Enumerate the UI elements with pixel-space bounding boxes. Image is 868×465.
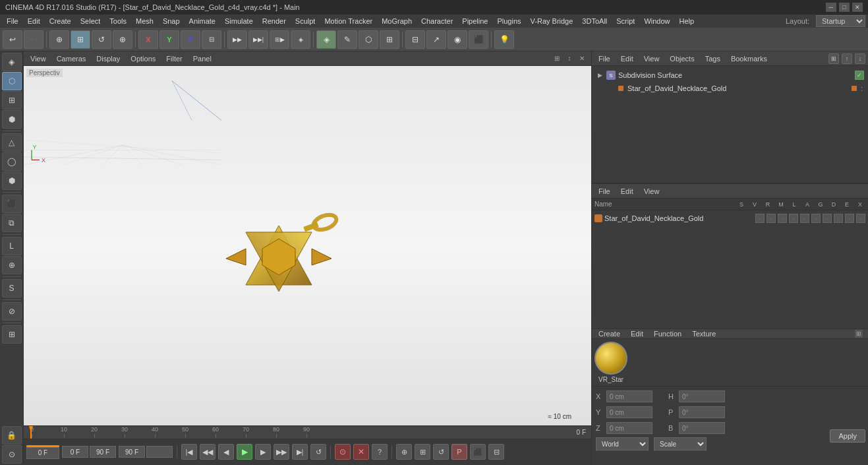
- redo-button[interactable]: ↩: [24, 30, 43, 49]
- material-item-vr-star[interactable]: VR_Star: [594, 342, 627, 383]
- menu-snap[interactable]: Snap: [159, 16, 184, 26]
- end-frame-input[interactable]: [90, 446, 116, 458]
- rotate-key-btn[interactable]: ↺: [433, 444, 449, 460]
- menu-vray[interactable]: V-Ray Bridge: [527, 16, 577, 26]
- tool-sculpt[interactable]: ⊘: [2, 302, 22, 321]
- obj-menu-edit[interactable]: Edit: [617, 54, 637, 63]
- viewport-menu-options[interactable]: Options: [128, 54, 158, 63]
- menu-help[interactable]: Help: [676, 16, 699, 26]
- view-axis-btn[interactable]: ↗: [426, 30, 446, 49]
- attr-menu-file[interactable]: File: [594, 187, 614, 196]
- obj-list-icon-g[interactable]: ·: [823, 214, 832, 223]
- menu-pipeline[interactable]: Pipeline: [458, 16, 492, 26]
- viewport-menu-filter[interactable]: Filter: [163, 54, 185, 63]
- obj-check-subdiv[interactable]: ✓: [855, 71, 864, 80]
- coord-p-input[interactable]: [679, 406, 725, 418]
- obj-menu-bookmarks[interactable]: Bookmarks: [727, 54, 771, 63]
- obj-list-icon-d[interactable]: ·: [834, 214, 843, 223]
- tool-s[interactable]: S: [2, 279, 22, 297]
- mode-points-icon[interactable]: ⬡: [2, 72, 22, 90]
- menu-mograph[interactable]: MoGraph: [378, 16, 416, 26]
- view-material-btn[interactable]: ⬡: [359, 30, 378, 49]
- obj-row-subdivision[interactable]: ▶ S Subdivision Surface ✓: [594, 69, 865, 82]
- tool-l[interactable]: L: [2, 237, 22, 255]
- obj-list-icon-v[interactable]: ·: [767, 214, 776, 223]
- next-frame-button[interactable]: ▶: [255, 444, 271, 460]
- viewport-menu-panel[interactable]: Panel: [190, 54, 214, 63]
- tool-magnet[interactable]: ⊕: [2, 256, 22, 274]
- axis-x[interactable]: X: [138, 30, 158, 49]
- obj-list-icon-x[interactable]: ·: [856, 214, 865, 223]
- obj-menu-objects[interactable]: Objects: [666, 54, 698, 63]
- coord-x-pos-input[interactable]: [606, 390, 652, 402]
- timeline-layout-btn[interactable]: ⊟: [488, 444, 504, 460]
- loop-button[interactable]: ↺: [310, 444, 326, 460]
- menu-edit[interactable]: Edit: [24, 16, 44, 26]
- menu-animate[interactable]: Animate: [185, 16, 219, 26]
- render-start-input[interactable]: [119, 446, 145, 458]
- render-all-btn[interactable]: ⊞▶: [270, 30, 289, 49]
- menu-3dtoall[interactable]: 3DToAll: [578, 16, 611, 26]
- menu-window[interactable]: Window: [640, 16, 674, 26]
- view-perspective-btn[interactable]: ◈: [316, 30, 336, 49]
- maximize-button[interactable]: □: [839, 3, 850, 12]
- obj-list-icon-r[interactable]: ·: [778, 214, 787, 223]
- obj-list-icon-a[interactable]: ·: [811, 214, 821, 223]
- prev-key-button[interactable]: ◀◀: [200, 444, 216, 460]
- menu-sculpt[interactable]: Sculpt: [291, 16, 320, 26]
- obj-icon-3[interactable]: ↓: [855, 53, 865, 64]
- attr-menu-view[interactable]: View: [640, 187, 664, 196]
- obj-menu-file[interactable]: File: [594, 54, 614, 63]
- undo-button[interactable]: ↩: [3, 30, 22, 49]
- world-dropdown[interactable]: World Object: [596, 437, 649, 450]
- menu-simulate[interactable]: Simulate: [221, 16, 257, 26]
- menu-render[interactable]: Render: [258, 16, 290, 26]
- stop-button[interactable]: ✕: [353, 444, 369, 460]
- obj-list-icon-s[interactable]: ·: [755, 214, 765, 223]
- menu-create[interactable]: Create: [45, 16, 75, 26]
- viewport-sync-icon[interactable]: ↕: [564, 53, 575, 64]
- auto-key-btn[interactable]: P: [451, 444, 467, 460]
- mode-move[interactable]: ⊕: [49, 30, 69, 49]
- render-options-btn[interactable]: ◈: [291, 30, 310, 49]
- mode-rotate[interactable]: ↺: [92, 30, 111, 49]
- tool-rotate[interactable]: ⬢: [2, 171, 22, 190]
- obj-list-icon-m[interactable]: ·: [789, 214, 798, 223]
- play-button[interactable]: ▶: [237, 444, 252, 460]
- obj-menu-view[interactable]: View: [640, 54, 664, 63]
- obj-expand-subdiv[interactable]: ▶: [596, 71, 604, 79]
- axis-all[interactable]: ⊟: [202, 30, 221, 49]
- viewport-menu-view[interactable]: View: [28, 54, 49, 63]
- view-grid-btn[interactable]: ⊟: [405, 30, 425, 49]
- viewport-maximize-icon[interactable]: ⊞: [552, 53, 562, 64]
- obj-icon-1[interactable]: ⊞: [828, 53, 839, 64]
- obj-row-star[interactable]: Star_of_David_Necklace_Gold :: [594, 82, 865, 95]
- current-frame-input[interactable]: [26, 447, 59, 459]
- go-start-button[interactable]: |◀: [181, 444, 197, 460]
- tool-snap-bottom[interactable]: ⊙: [2, 445, 22, 464]
- go-end-button[interactable]: ▶|: [292, 444, 308, 460]
- menu-character[interactable]: Character: [417, 16, 457, 26]
- axis-z[interactable]: Z: [181, 30, 200, 49]
- param-btn[interactable]: ⬛: [470, 444, 486, 460]
- view-draw-btn[interactable]: ✎: [337, 30, 357, 49]
- start-frame-input[interactable]: [62, 446, 88, 458]
- menu-plugins[interactable]: Plugins: [493, 16, 525, 26]
- scale-key-btn[interactable]: ⊞: [415, 444, 430, 460]
- obj-list-icon-l[interactable]: ·: [800, 214, 809, 223]
- render-end-input[interactable]: [146, 446, 173, 458]
- render-active-btn[interactable]: ▶▶|: [248, 30, 268, 49]
- obj-menu-tags[interactable]: Tags: [701, 54, 724, 63]
- tool-grid-bottom[interactable]: ⊞: [2, 325, 22, 344]
- menu-file[interactable]: File: [3, 16, 22, 26]
- next-key-button[interactable]: ▶▶: [274, 444, 289, 460]
- list-row-star[interactable]: Star_of_David_Necklace_Gold · · · · · · …: [594, 212, 865, 225]
- mode-all[interactable]: ⊕: [113, 30, 132, 49]
- apply-button[interactable]: Apply: [830, 429, 865, 443]
- mode-edges-icon[interactable]: ⊞: [2, 91, 22, 109]
- key-info-button[interactable]: ?: [372, 444, 388, 460]
- menu-script[interactable]: Script: [612, 16, 639, 26]
- menu-motion-tracker[interactable]: Motion Tracker: [320, 16, 376, 26]
- render-view-btn[interactable]: ▶▶: [227, 30, 247, 49]
- tool-live[interactable]: ⧉: [2, 214, 22, 232]
